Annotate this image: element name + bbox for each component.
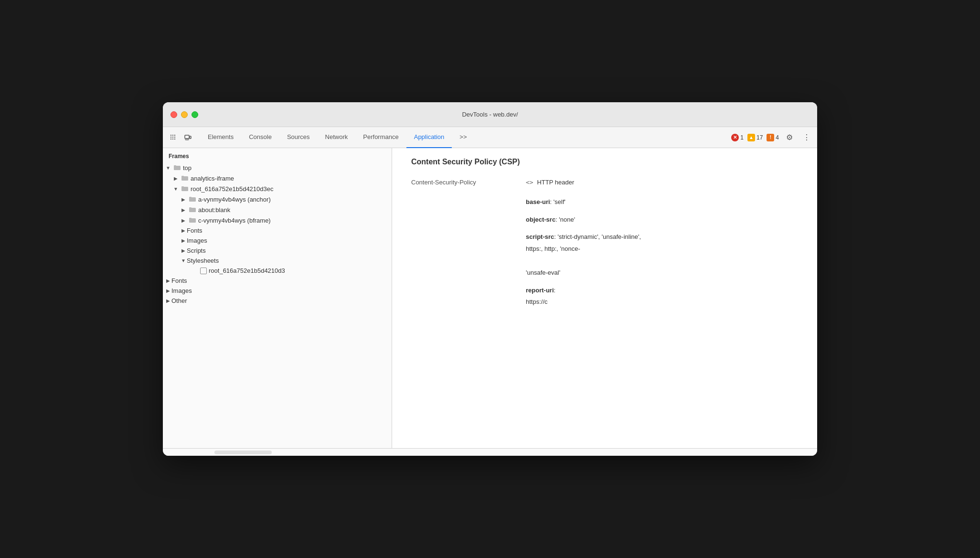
folder-icon-analytics — [181, 174, 189, 182]
tab-more[interactable]: >> — [452, 127, 474, 148]
tab-elements[interactable]: Elements — [200, 127, 241, 148]
sidebar[interactable]: Frames top analytics-iframe — [163, 148, 392, 448]
tree-item-top[interactable]: top — [163, 162, 392, 173]
tree-label-images-top: Images — [171, 287, 192, 294]
csp-policy-key: Content-Security-Policy — [411, 178, 516, 188]
toolbar: Elements Console Sources Network Perform… — [163, 127, 817, 148]
folder-icon-c-vynmy — [189, 216, 196, 224]
csp-value-https: https:, http:, 'nonce- — [526, 244, 798, 254]
svg-rect-10 — [190, 136, 191, 139]
tree-item-images-sub[interactable]: Images — [163, 236, 392, 246]
device-icon — [184, 134, 192, 141]
csp-value-report-uri: report-uri: — [526, 286, 798, 296]
svg-rect-7 — [172, 139, 173, 140]
toolbar-icons — [167, 131, 194, 144]
tree-label-other-top: Other — [171, 297, 187, 304]
tree-label-c-vynmy: c-vynmy4vb4wys (bframe) — [198, 217, 271, 224]
tree-item-a-vynmy[interactable]: a-vynmy4vb4wys (anchor) — [163, 194, 392, 204]
svg-rect-9 — [185, 135, 189, 139]
tab-network[interactable]: Network — [318, 127, 356, 148]
window-title: DevTools - web.dev/ — [462, 111, 518, 118]
tree-item-about-blank[interactable]: about:blank — [163, 204, 392, 215]
csp-policy-value: <> HTTP header — [526, 178, 798, 188]
csp-row-script-src: script-src: 'strict-dynamic', 'unsafe-in… — [411, 232, 798, 242]
sidebar-header: Frames — [163, 148, 392, 162]
svg-rect-4 — [172, 137, 173, 138]
traffic-lights — [170, 111, 198, 118]
selector-icon-button[interactable] — [167, 131, 180, 144]
folder-icon-a-vynmy — [189, 195, 196, 203]
tree-arrow-scripts-sub — [180, 247, 187, 254]
tree-item-images-top[interactable]: Images — [163, 286, 392, 296]
device-toggle-button[interactable] — [181, 131, 194, 144]
csp-value-unsafe-eval: 'unsafe-eval' — [526, 268, 798, 278]
svg-rect-22 — [189, 207, 192, 209]
minimize-button[interactable] — [181, 111, 188, 118]
directive-report-uri: report-uri — [526, 287, 554, 294]
csp-title: Content Security Policy (CSP) — [411, 158, 798, 166]
directive-base-uri: base-uri — [526, 198, 550, 205]
tree-item-fonts-sub[interactable]: Fonts — [163, 225, 392, 236]
folder-icon-root — [181, 185, 189, 193]
warning-badge[interactable]: ▲ 17 — [747, 134, 763, 141]
tree-item-other-top[interactable]: Other — [163, 296, 392, 306]
info-icon: ! — [767, 134, 774, 141]
bottom-bar — [163, 448, 817, 456]
tree-item-scripts-sub[interactable]: Scripts — [163, 246, 392, 256]
csp-row-base-uri: base-uri: 'self' — [411, 197, 798, 207]
file-icon — [200, 268, 207, 274]
tree-arrow-stylesheets — [180, 258, 187, 264]
csp-row-report-uri: report-uri: — [411, 286, 798, 296]
csp-row-unsafe-eval: 'unsafe-eval' — [411, 268, 798, 278]
title-bar: DevTools - web.dev/ — [163, 102, 817, 127]
tree-arrow-root — [172, 185, 179, 192]
more-button[interactable]: ⋮ — [800, 131, 813, 144]
svg-rect-3 — [170, 137, 171, 138]
close-button[interactable] — [170, 111, 177, 118]
tree-item-stylesheets[interactable]: Stylesheets — [163, 256, 392, 266]
tree-arrow-images-sub — [180, 237, 187, 244]
csp-value-report-url: https://c — [526, 297, 798, 307]
svg-rect-1 — [172, 135, 173, 136]
tree-label-scripts-sub: Scripts — [187, 247, 206, 254]
selector-icon — [170, 134, 177, 141]
horizontal-scrollbar[interactable] — [214, 451, 272, 454]
csp-row-header: Content-Security-Policy <> HTTP header — [411, 178, 798, 188]
csp-key-script-src — [411, 232, 516, 242]
svg-rect-24 — [189, 218, 192, 219]
tree-item-analytics[interactable]: analytics-iframe — [163, 173, 392, 183]
tree-label-fonts-sub: Fonts — [187, 227, 202, 234]
csp-source-icon: <> — [526, 179, 537, 186]
info-badge[interactable]: ! 4 — [767, 134, 779, 141]
tree-item-c-vynmy[interactable]: c-vynmy4vb4wys (bframe) — [163, 215, 392, 225]
warning-icon: ▲ — [747, 134, 755, 141]
tree-item-fonts-top[interactable]: Fonts — [163, 276, 392, 286]
tree-label-top: top — [183, 164, 192, 172]
settings-button[interactable]: ⚙ — [783, 131, 796, 144]
tab-sources[interactable]: Sources — [279, 127, 318, 148]
csp-key-empty1 — [411, 244, 516, 254]
maximize-button[interactable] — [192, 111, 198, 118]
tree-arrow-about-blank — [180, 206, 187, 213]
csp-key-report-url — [411, 297, 516, 307]
tree-label-images-sub: Images — [187, 237, 207, 244]
content-panel: Content Security Policy (CSP) Content-Se… — [392, 148, 817, 448]
csp-value-base-uri: base-uri: 'self' — [526, 197, 798, 207]
tree-arrow-c-vynmy — [180, 217, 187, 224]
tab-performance[interactable]: Performance — [355, 127, 406, 148]
tree-item-stylesheet-file[interactable]: root_616a752e1b5d4210d3 — [163, 266, 392, 276]
tab-application[interactable]: Application — [406, 127, 452, 148]
tab-console[interactable]: Console — [241, 127, 279, 148]
tree-label-stylesheet-file: root_616a752e1b5d4210d3 — [209, 267, 285, 274]
csp-key-report-uri — [411, 286, 516, 296]
csp-row-report-url: https://c — [411, 297, 798, 307]
tree-arrow-top — [165, 164, 171, 171]
devtools-window: DevTools - web.dev/ — [163, 102, 817, 456]
tree-item-root[interactable]: root_616a752e1b5d4210d3ec — [163, 183, 392, 194]
tree-label-stylesheets: Stylesheets — [187, 257, 219, 264]
tree-arrow-a-vynmy — [180, 196, 187, 203]
error-badge[interactable]: ✕ 1 — [731, 134, 744, 141]
csp-row-object-src: object-src: 'none' — [411, 215, 798, 225]
svg-rect-8 — [174, 139, 175, 140]
tree-label-a-vynmy: a-vynmy4vb4wys (anchor) — [198, 196, 271, 203]
